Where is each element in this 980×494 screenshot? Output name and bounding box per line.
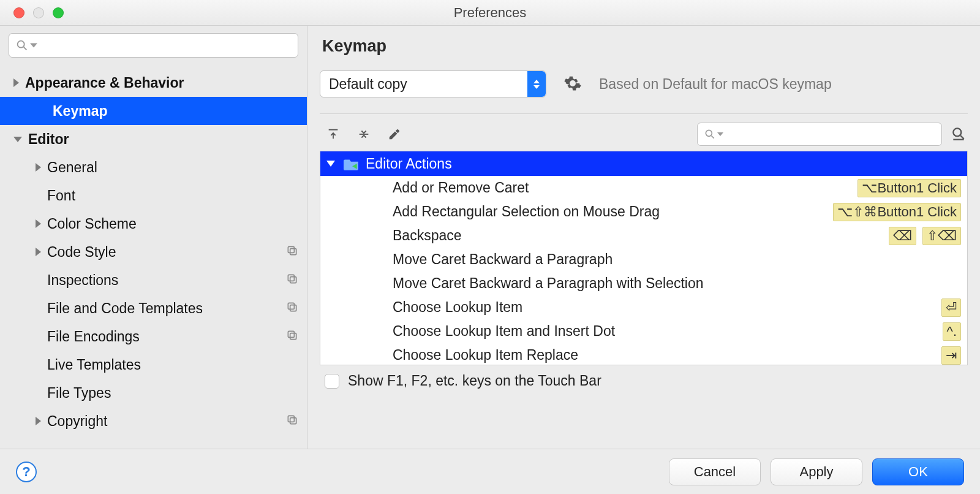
chevron-right-icon xyxy=(36,163,41,172)
settings-search-input[interactable] xyxy=(9,33,298,58)
shortcut-badge: ⇧⌫ xyxy=(922,227,961,245)
action-label: Move Caret Backward a Paragraph with Sel… xyxy=(393,275,961,292)
svg-rect-6 xyxy=(288,275,294,281)
shortcut-badge: ⇥ xyxy=(941,346,961,365)
chevron-right-icon xyxy=(36,248,41,256)
chevron-right-icon xyxy=(36,417,41,425)
action-row[interactable]: Choose Lookup Item⏎ xyxy=(320,295,967,319)
sidebar-item-editor[interactable]: Editor xyxy=(0,125,307,153)
sidebar-item-file-types[interactable]: File Types xyxy=(0,379,307,407)
action-list[interactable]: Editor Actions Add or Remove Caret⌥Butto… xyxy=(320,151,968,365)
action-row[interactable]: Add or Remove Caret⌥Button1 Click xyxy=(320,176,967,200)
svg-rect-4 xyxy=(288,246,294,253)
shortcut-badge: ⏎ xyxy=(941,298,961,317)
sidebar-item-font[interactable]: Font xyxy=(0,181,307,210)
sidebar-item-color-scheme[interactable]: Color Scheme xyxy=(0,210,307,238)
keymap-scheme-select[interactable]: Default copy xyxy=(320,70,546,97)
svg-marker-2 xyxy=(30,43,37,47)
svg-rect-5 xyxy=(290,276,296,283)
sidebar-item-label: Color Scheme xyxy=(47,216,298,232)
svg-rect-9 xyxy=(290,333,296,339)
chevron-down-icon xyxy=(13,137,22,142)
action-row[interactable]: Move Caret Backward a Paragraph with Sel… xyxy=(320,272,967,295)
divider xyxy=(320,113,968,114)
based-on-label: Based on Default for macOS keymap xyxy=(599,76,832,93)
dialog-footer: ? Cancel Apply OK xyxy=(0,449,980,494)
sidebar-item-copyright[interactable]: Copyright xyxy=(0,407,307,435)
svg-point-16 xyxy=(706,130,712,136)
sidebar-item-label: File and Code Templates xyxy=(47,300,286,317)
shortcut-badge: ⌥Button1 Click xyxy=(858,179,961,197)
svg-rect-7 xyxy=(290,305,296,311)
folder-icon xyxy=(344,157,360,170)
action-label: Add or Remove Caret xyxy=(393,180,858,196)
action-group-label: Editor Actions xyxy=(366,156,452,172)
sidebar-item-label: Code Style xyxy=(47,244,286,260)
action-label: Choose Lookup Item xyxy=(393,299,941,316)
apply-button[interactable]: Apply xyxy=(771,458,862,485)
dropdown-icon xyxy=(717,131,723,137)
action-row[interactable]: Move Caret Backward a Paragraph xyxy=(320,248,967,272)
action-row[interactable]: Add Rectangular Selection on Mouse Drag⌥… xyxy=(320,200,967,224)
ok-button[interactable]: OK xyxy=(872,458,964,485)
svg-rect-12 xyxy=(288,416,294,422)
scheme-scope-icon xyxy=(286,245,298,260)
sidebar-item-inspections[interactable]: Inspections xyxy=(0,266,307,294)
dropdown-icon xyxy=(30,42,37,49)
svg-line-20 xyxy=(960,135,963,139)
settings-sidebar: Appearance & BehaviorKeymapEditorGeneral… xyxy=(0,26,307,449)
sidebar-item-label: File Types xyxy=(47,385,298,401)
sidebar-item-label: Editor xyxy=(28,131,298,148)
sidebar-item-label: General xyxy=(47,159,298,176)
edit-icon[interactable] xyxy=(387,127,402,142)
svg-point-0 xyxy=(18,41,24,48)
settings-tree[interactable]: Appearance & BehaviorKeymapEditorGeneral… xyxy=(0,65,307,449)
chevron-right-icon xyxy=(13,78,19,87)
svg-rect-10 xyxy=(288,331,294,337)
action-row[interactable]: Choose Lookup Item Replace⇥ xyxy=(320,343,967,365)
svg-line-1 xyxy=(24,47,27,50)
window-title: Preferences xyxy=(0,5,980,21)
svg-rect-3 xyxy=(290,248,296,254)
svg-rect-8 xyxy=(288,303,294,309)
sidebar-item-label: Keymap xyxy=(53,103,298,120)
svg-marker-18 xyxy=(717,132,723,136)
sidebar-item-keymap[interactable]: Keymap xyxy=(0,97,307,125)
chevron-right-icon xyxy=(36,219,41,228)
titlebar: Preferences xyxy=(0,0,980,26)
sidebar-item-file-encodings[interactable]: File Encodings xyxy=(0,322,307,351)
svg-rect-11 xyxy=(290,417,296,424)
sidebar-item-label: Live Templates xyxy=(47,357,298,373)
sidebar-item-general[interactable]: General xyxy=(0,153,307,181)
collapse-all-icon[interactable] xyxy=(356,127,371,142)
sidebar-item-label: Font xyxy=(47,188,298,204)
svg-point-19 xyxy=(953,128,961,136)
sidebar-item-live-templates[interactable]: Live Templates xyxy=(0,351,307,379)
scheme-scope-icon xyxy=(286,414,298,429)
shortcut-badge: ^. xyxy=(943,322,961,341)
cancel-button[interactable]: Cancel xyxy=(669,458,761,485)
touchbar-checkbox[interactable] xyxy=(325,374,339,389)
help-button[interactable]: ? xyxy=(16,462,37,482)
scheme-scope-icon xyxy=(286,301,298,316)
sidebar-item-label: Inspections xyxy=(47,272,286,289)
find-by-shortcut-icon[interactable] xyxy=(951,126,968,143)
search-icon xyxy=(15,39,29,52)
action-row[interactable]: Choose Lookup Item and Insert Dot^. xyxy=(320,319,967,343)
select-knob-icon xyxy=(527,71,546,97)
gear-icon[interactable] xyxy=(564,74,582,94)
action-label: Move Caret Backward a Paragraph xyxy=(393,251,961,268)
expand-all-icon[interactable] xyxy=(326,127,341,142)
action-row[interactable]: Backspace⌫⇧⌫ xyxy=(320,224,967,248)
sidebar-item-appearance-behavior[interactable]: Appearance & Behavior xyxy=(0,69,307,97)
sidebar-item-file-and-code-templates[interactable]: File and Code Templates xyxy=(0,294,307,322)
chevron-down-icon xyxy=(326,161,335,167)
sidebar-item-code-style[interactable]: Code Style xyxy=(0,238,307,266)
shortcut-badge: ⌥⇧⌘Button1 Click xyxy=(833,203,961,221)
keymap-scheme-value: Default copy xyxy=(329,76,407,93)
sidebar-item-label: Appearance & Behavior xyxy=(25,75,298,91)
action-label: Choose Lookup Item Replace xyxy=(393,347,941,363)
sidebar-item-label: Copyright xyxy=(47,413,286,430)
action-search-input[interactable] xyxy=(697,123,942,146)
action-group-header[interactable]: Editor Actions xyxy=(320,151,967,176)
